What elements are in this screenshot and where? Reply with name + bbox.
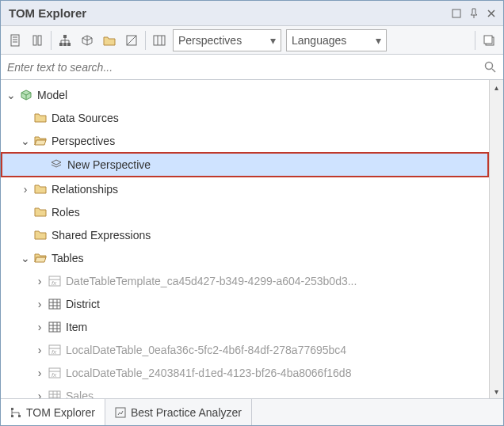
folder-icon (32, 207, 48, 217)
svg-point-18 (486, 62, 493, 69)
svg-text:fx: fx (52, 348, 57, 356)
svg-rect-13 (154, 36, 165, 45)
tree-node-new-perspective[interactable]: › New Perspective (1, 152, 489, 177)
tree-node-perspectives[interactable]: ⌄ Perspectives (1, 129, 489, 152)
window-icon[interactable] (448, 5, 465, 22)
fx-table-icon: fx (47, 367, 63, 378)
expander-icon[interactable]: › (32, 344, 47, 356)
tree-label: LocalDateTable_0eafa36c-5fc2-4b6f-84df-2… (66, 344, 346, 356)
table-icon (47, 390, 63, 399)
tab-tom-explorer[interactable]: TOM Explorer (1, 399, 105, 425)
scroll-up-icon[interactable]: ▴ (490, 80, 503, 94)
tree-label: Model (37, 89, 67, 101)
expander-icon[interactable]: › (32, 321, 47, 333)
search-input[interactable] (7, 61, 484, 74)
cube-icon[interactable] (76, 29, 98, 51)
tree-label: Relationships (52, 183, 118, 196)
tree-node-tables[interactable]: ⌄ Tables (1, 246, 489, 269)
tree-view[interactable]: ⌄ Model › Data Sources ⌄ Perspectives › … (1, 80, 489, 398)
toolbar: Perspectives ▾ Languages ▾ (1, 26, 503, 55)
expander-icon[interactable]: ⌄ (4, 89, 18, 101)
dropdown-label: Perspectives (178, 34, 265, 47)
toolbar-separator (145, 31, 146, 50)
folder-icon (32, 230, 48, 240)
expander-icon[interactable]: › (32, 390, 47, 399)
dropdown-label: Languages (292, 34, 371, 47)
folder-icon (32, 184, 48, 194)
svg-rect-0 (452, 10, 460, 17)
tree-node-model[interactable]: ⌄ Model (1, 83, 489, 106)
svg-rect-1 (11, 35, 19, 46)
svg-rect-10 (67, 43, 71, 46)
tree-label: Tables (52, 252, 83, 264)
toolbar-btn-1[interactable] (4, 29, 26, 51)
tree-node-date-template[interactable]: › fx DateTableTemplate_ca45d427-b349-429… (1, 269, 489, 292)
overflow-icon[interactable] (478, 29, 500, 51)
analyzer-icon (115, 407, 126, 418)
tree-label: LocalDateTable_2403841f-d1ed-4123-bf26-4… (66, 367, 351, 379)
vertical-scrollbar[interactable]: ▴ ▾ (489, 80, 503, 398)
folder-icon[interactable] (98, 29, 120, 51)
folder-icon (32, 112, 48, 123)
svg-rect-9 (63, 43, 67, 46)
tree-node-local2[interactable]: › fx LocalDateTable_2403841f-d1ed-4123-b… (1, 361, 489, 384)
expander-icon[interactable]: › (32, 367, 47, 379)
tree-node-district[interactable]: › District (1, 292, 489, 315)
search-bar (1, 55, 503, 80)
fx-table-icon: fx (47, 276, 63, 287)
svg-rect-5 (33, 36, 36, 45)
svg-rect-44 (11, 408, 13, 410)
title-bar: TOM Explorer (1, 1, 503, 26)
tree-node-item[interactable]: › Item (1, 315, 489, 338)
tree-node-data-sources[interactable]: › Data Sources (1, 106, 489, 129)
svg-rect-28 (49, 322, 60, 332)
tab-bpa[interactable]: Best Practice Analyzer (105, 399, 252, 425)
svg-text:fx: fx (52, 280, 57, 287)
expander-icon[interactable]: › (32, 275, 47, 287)
search-icon[interactable] (484, 61, 497, 74)
chevron-down-icon: ▾ (376, 34, 381, 47)
svg-rect-8 (59, 43, 63, 46)
folder-open-icon (32, 253, 48, 263)
toolbar-btn-2[interactable] (26, 29, 48, 51)
fx-table-icon: fx (47, 344, 63, 356)
pin-icon[interactable] (465, 5, 483, 22)
chevron-down-icon: ▾ (270, 34, 276, 47)
expander-icon[interactable]: ⌄ (18, 135, 32, 147)
tab-label: TOM Explorer (26, 406, 95, 419)
hidden-icon[interactable] (120, 29, 143, 51)
tree-node-shared-expressions[interactable]: › Shared Expressions (1, 223, 489, 246)
tree-label: Perspectives (52, 135, 115, 147)
tree-label: Item (66, 321, 87, 333)
close-icon[interactable] (483, 5, 500, 22)
expander-icon[interactable]: › (18, 183, 32, 196)
table-icon (47, 299, 63, 310)
tree-node-roles[interactable]: › Roles (1, 200, 489, 223)
tree-label: Data Sources (52, 112, 119, 124)
scroll-down-icon[interactable]: ▾ (490, 384, 503, 398)
tree-label: New Perspective (67, 158, 151, 171)
svg-rect-45 (11, 415, 13, 417)
expander-icon[interactable]: › (32, 298, 47, 310)
perspective-icon (48, 158, 64, 171)
columns-icon[interactable] (148, 29, 170, 51)
languages-dropdown[interactable]: Languages ▾ (286, 29, 387, 51)
svg-rect-17 (484, 36, 492, 44)
tree-node-relationships[interactable]: › Relationships (1, 177, 489, 200)
toolbar-separator (475, 31, 475, 50)
tree-label: District (66, 298, 100, 310)
tree-node-sales[interactable]: › Sales (1, 384, 489, 398)
tree-icon (10, 407, 21, 418)
svg-rect-23 (49, 299, 60, 309)
folder-open-icon (32, 135, 48, 146)
model-icon (18, 89, 34, 101)
tree-label: Sales (66, 390, 94, 399)
perspectives-dropdown[interactable]: Perspectives ▾ (173, 29, 281, 51)
tree-node-local1[interactable]: › fx LocalDateTable_0eafa36c-5fc2-4b6f-8… (1, 338, 489, 361)
tree-label: Roles (52, 206, 80, 219)
tab-label: Best Practice Analyzer (131, 406, 242, 419)
toolbar-separator (51, 31, 52, 50)
expander-icon[interactable]: ⌄ (18, 252, 32, 264)
tree-label: DateTableTemplate_ca45d427-b349-4299-a60… (66, 275, 357, 287)
hierarchy-icon[interactable] (54, 29, 76, 51)
